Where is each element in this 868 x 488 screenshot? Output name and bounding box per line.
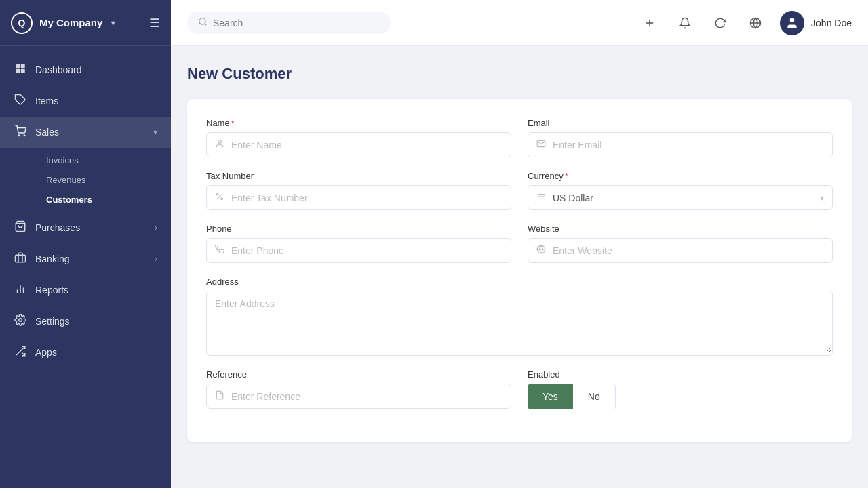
svg-line-23 <box>217 194 222 199</box>
search-icon <box>198 17 208 28</box>
form-group-address: Address <box>206 277 833 356</box>
form-group-tax: Tax Number <box>206 171 511 210</box>
sidebar-item-invoices[interactable]: Invoices <box>35 150 171 170</box>
main-area: John Doe New Customer Name* <box>171 0 868 488</box>
tax-label: Tax Number <box>206 171 511 181</box>
new-customer-form: Name* Email <box>187 99 852 442</box>
chevron-down-icon: ▾ <box>153 127 157 137</box>
phone-label: Phone <box>206 224 511 234</box>
sidebar-item-label: Dashboard <box>35 64 82 75</box>
enabled-label: Enabled <box>528 369 833 380</box>
tax-input-wrapper[interactable] <box>206 185 511 210</box>
banking-icon <box>14 251 27 266</box>
email-input[interactable] <box>553 140 824 150</box>
svg-point-12 <box>19 319 22 322</box>
sidebar-item-banking[interactable]: Banking › <box>0 243 171 274</box>
sidebar-nav: Dashboard Items Sales ▾ Invoices Revenue… <box>0 46 171 488</box>
purchases-icon <box>14 220 27 235</box>
svg-point-21 <box>790 18 795 22</box>
form-row-reference-enabled: Reference Enabled Yes No <box>206 369 833 409</box>
sales-subnav: Invoices Revenues Customers <box>0 148 171 212</box>
sidebar-item-label: Banking <box>35 253 70 264</box>
search-box[interactable] <box>187 12 391 34</box>
name-label: Name* <box>206 118 511 128</box>
add-icon[interactable] <box>639 12 660 34</box>
svg-rect-1 <box>21 64 25 68</box>
currency-select[interactable]: US Dollar ▾ <box>528 185 833 210</box>
avatar <box>780 11 804 35</box>
sidebar-item-revenues[interactable]: Revenues <box>35 170 171 190</box>
brand-chevron-icon: ▼ <box>109 19 117 27</box>
topbar: John Doe <box>171 0 868 46</box>
svg-point-22 <box>218 140 222 144</box>
reference-label: Reference <box>206 369 511 380</box>
yes-button[interactable]: Yes <box>528 384 573 409</box>
no-button[interactable]: No <box>573 384 616 409</box>
svg-point-6 <box>24 135 25 136</box>
sidebar-item-settings[interactable]: Settings <box>0 306 171 337</box>
search-input[interactable] <box>213 18 380 28</box>
sidebar-item-sales[interactable]: Sales ▾ <box>0 117 171 148</box>
brand-name: My Company <box>39 17 102 28</box>
name-input[interactable] <box>231 140 502 150</box>
currency-icon <box>536 192 546 203</box>
reference-input[interactable] <box>231 391 502 402</box>
tax-input[interactable] <box>231 192 502 203</box>
sidebar-item-customers[interactable]: Customers <box>35 190 171 209</box>
currency-value: US Dollar <box>553 192 813 203</box>
sidebar: Q My Company ▼ ☰ Dashboard Items Sales <box>0 0 171 488</box>
svg-rect-0 <box>16 64 20 68</box>
hamburger-icon[interactable]: ☰ <box>149 16 160 30</box>
sidebar-item-label: Purchases <box>35 222 80 233</box>
notification-icon[interactable] <box>674 12 696 34</box>
brand[interactable]: Q My Company ▼ <box>11 12 117 34</box>
email-label: Email <box>528 118 833 128</box>
form-group-reference: Reference <box>206 369 511 409</box>
form-group-name: Name* <box>206 118 511 157</box>
reference-input-wrapper[interactable] <box>206 384 511 409</box>
sidebar-item-items[interactable]: Items <box>0 85 171 117</box>
svg-rect-8 <box>16 255 26 262</box>
phone-input-wrapper[interactable] <box>206 238 511 263</box>
website-input-wrapper[interactable] <box>528 238 833 263</box>
sidebar-header: Q My Company ▼ ☰ <box>0 0 171 46</box>
address-label: Address <box>206 277 833 287</box>
topbar-actions: John Doe <box>639 11 852 35</box>
website-input[interactable] <box>553 245 824 256</box>
name-input-wrapper[interactable] <box>206 132 511 157</box>
chevron-down-icon: ▾ <box>820 193 824 203</box>
svg-rect-2 <box>16 69 20 73</box>
form-row-name-email: Name* Email <box>206 118 833 157</box>
globe-icon[interactable] <box>745 12 766 34</box>
sidebar-item-label: Sales <box>35 127 59 138</box>
refresh-icon[interactable] <box>709 12 731 34</box>
brand-logo: Q <box>11 12 33 34</box>
sidebar-item-dashboard[interactable]: Dashboard <box>0 54 171 85</box>
form-row-phone-website: Phone Website <box>206 224 833 263</box>
sidebar-item-label: Items <box>35 96 58 106</box>
sales-icon <box>14 125 27 140</box>
svg-point-24 <box>216 193 218 195</box>
sidebar-item-label: Apps <box>35 347 57 358</box>
enabled-toggle: Yes No <box>528 384 833 409</box>
chevron-right-icon: › <box>155 254 157 264</box>
sidebar-item-purchases[interactable]: Purchases › <box>0 212 171 243</box>
address-textarea[interactable] <box>207 291 832 352</box>
dashboard-icon <box>14 62 27 77</box>
address-textarea-wrapper[interactable] <box>206 291 833 356</box>
svg-point-5 <box>18 135 20 136</box>
percent-icon <box>215 192 224 203</box>
page-title: New Customer <box>187 65 852 83</box>
user-profile[interactable]: John Doe <box>780 11 852 35</box>
sidebar-item-apps[interactable]: Apps <box>0 337 171 368</box>
chevron-right-icon: › <box>155 223 157 232</box>
sidebar-item-reports[interactable]: Reports <box>0 274 171 306</box>
email-input-wrapper[interactable] <box>528 132 833 157</box>
website-label: Website <box>528 224 833 234</box>
form-group-enabled: Enabled Yes No <box>528 369 833 409</box>
sidebar-item-label: Settings <box>35 316 70 327</box>
form-row-address: Address <box>206 277 833 356</box>
phone-icon <box>215 245 224 256</box>
phone-input[interactable] <box>231 245 502 256</box>
currency-label: Currency* <box>528 171 833 181</box>
